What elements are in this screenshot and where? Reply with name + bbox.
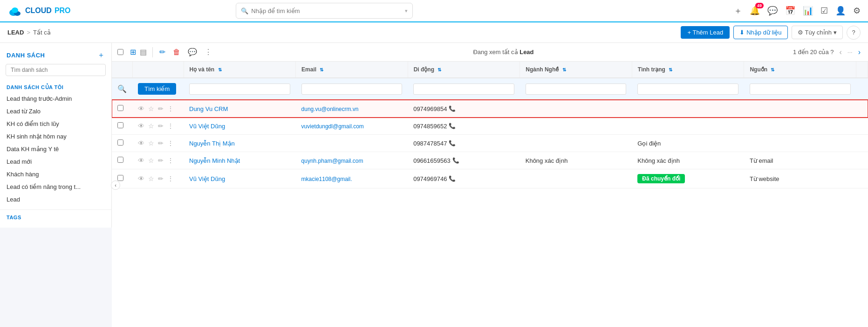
download-icon: ⬇ [739,29,745,36]
bell-icon[interactable]: 🔔 49 [750,6,760,16]
search-source-input[interactable] [750,83,851,95]
add-lead-button[interactable]: + Thêm Lead [681,26,730,39]
chat-icon[interactable]: 💬 [767,6,778,16]
row-actions-cell: 👁 ☆ ✏ ⋮ [132,100,184,118]
row-checkbox[interactable] [117,139,123,146]
gear-icon[interactable]: ⚙ [853,6,861,16]
view-icon[interactable]: 👁 [138,105,144,112]
checkbox-icon[interactable]: ☑ [820,6,828,16]
star-icon[interactable]: ☆ [148,105,154,112]
breadcrumb-lead[interactable]: LEAD [7,29,24,36]
edit-toolbar-icon[interactable]: ✏ [157,46,167,58]
view-icon[interactable]: 👁 [138,139,144,147]
calendar-icon[interactable]: 📅 [785,6,795,16]
lead-name[interactable]: Dung Vu CRM [189,105,228,112]
view-icon[interactable]: 👁 [138,157,144,164]
lead-name[interactable]: Nguyễn Minh Nhật [189,157,240,164]
row-industry-cell [520,118,632,135]
grid-view-icon[interactable]: ⊞ [129,47,137,57]
sidebar-item-lead-tiem-nang[interactable]: Lead có tiềm năng trong t... [0,181,111,193]
phone-icon[interactable]: 📞 [449,175,456,182]
sidebar-item-kh-diem-tich-luy[interactable]: KH có điểm tích lũy [0,118,111,130]
star-icon[interactable]: ☆ [148,175,154,182]
star-icon[interactable]: ☆ [148,139,154,147]
row-checkbox[interactable] [117,105,123,111]
search-status-input[interactable] [637,83,738,95]
list-view-icon[interactable]: ▤ [139,47,148,57]
page-more-button[interactable]: ··· [847,49,853,56]
edit-icon[interactable]: ✏ [158,105,164,112]
help-button[interactable]: ? [847,26,861,40]
row-email-cell: dung.vu@onlinecrm.vn [296,100,408,118]
user-icon[interactable]: 👤 [835,6,846,16]
sidebar-item-lead-zalo[interactable]: Lead từ Zalo [0,105,111,118]
th-phone[interactable]: Di động ⇅ [408,62,520,78]
view-icon[interactable]: 👁 [138,122,144,130]
breadcrumb: LEAD > Tất cả [7,29,51,36]
lead-name[interactable]: Nguyễn Thị Mận [189,140,235,147]
search-button[interactable]: Tìm kiếm [138,83,176,95]
sidebar-header: DANH SÁCH ＋ [0,49,111,64]
th-source[interactable]: Nguồn ⇅ [744,62,856,78]
comment-toolbar-icon[interactable]: 💬 [186,46,199,58]
sidebar-item-khach-hang[interactable]: Khách hàng [0,168,111,181]
row-phone-cell: 0974969854 📞 [408,100,520,118]
sidebar-item-lead[interactable]: Lead [0,193,111,206]
th-extra [856,62,868,78]
edit-icon[interactable]: ✏ [158,175,164,182]
lead-name[interactable]: Vũ Việt Dũng [189,175,225,182]
star-icon[interactable]: ☆ [148,122,154,130]
search-industry-input[interactable] [526,83,627,95]
th-email[interactable]: Email ⇅ [296,62,408,78]
import-button[interactable]: ⬇ Nhập dữ liệu [733,26,787,39]
search-phone-input[interactable] [413,83,514,95]
phone-icon[interactable]: 📞 [452,157,459,164]
more-icon[interactable]: ⋮ [167,105,174,112]
sidebar-item-kh-sinh-nhat[interactable]: KH sinh nhật hôm nay [0,130,111,143]
delete-toolbar-icon[interactable]: 🗑 [171,46,182,58]
more-icon[interactable]: ⋮ [167,175,174,182]
edit-icon[interactable]: ✏ [158,139,164,147]
more-icon[interactable]: ⋮ [167,139,174,147]
lead-name[interactable]: Vũ Việt Dũng [189,123,225,130]
sidebar-add-button[interactable]: ＋ [97,50,105,60]
content-area: ⊞ ▤ ✏ 🗑 💬 ⋮ Đang xem tất cả Lead 1 đến 2… [112,43,868,327]
sidebar-item-data-kh-mang-y-te[interactable]: Data KH mảng Y tê [0,143,111,155]
select-all-checkbox[interactable] [117,49,123,55]
search-email-input[interactable] [301,83,403,95]
row-phone-cell: 09661659563 📞 [408,152,520,169]
search-input[interactable] [251,7,402,14]
th-industry[interactable]: Ngành Nghề ⇅ [520,62,632,78]
add-icon[interactable]: ＋ [734,5,742,16]
phone-icon[interactable]: 📞 [449,140,456,146]
sidebar-item-lead-thang-truoc[interactable]: Lead tháng trước-Admin [0,92,111,105]
customize-button[interactable]: ⚙ Tùy chỉnh ▾ [792,26,843,39]
sidebar-title: DANH SÁCH [7,52,45,59]
edit-icon[interactable]: ✏ [158,122,164,130]
sidebar-search-input[interactable] [6,64,106,76]
chart-icon[interactable]: 📊 [803,6,813,16]
row-checkbox-cell [112,152,132,169]
phone-icon[interactable]: 📞 [449,123,456,129]
sidebar-collapse-button[interactable]: ‹ [111,181,120,190]
sidebar-item-lead-moi[interactable]: Lead mới [0,155,111,168]
search-bar[interactable]: 🔍 ▾ [236,3,413,19]
star-icon[interactable]: ☆ [148,157,154,164]
edit-icon[interactable]: ✏ [158,157,164,164]
th-name[interactable]: Họ và tên ⇅ [184,62,296,78]
th-name-label: Họ và tên [190,66,215,73]
row-checkbox[interactable] [117,175,123,181]
phone-icon[interactable]: 📞 [449,105,456,112]
next-page-button[interactable]: › [856,47,862,57]
th-status[interactable]: Tình trạng ⇅ [632,62,744,78]
prev-page-button[interactable]: ‹ [838,47,844,57]
row-checkbox[interactable] [117,157,123,163]
row-name-cell: Nguyễn Minh Nhật [184,152,296,169]
view-icon[interactable]: 👁 [138,175,144,182]
row-email-cell: quynh.pham@gmail.com [296,152,408,169]
more-icon[interactable]: ⋮ [167,122,174,130]
row-checkbox[interactable] [117,122,123,128]
more-icon[interactable]: ⋮ [167,157,174,164]
more-toolbar-icon[interactable]: ⋮ [203,46,214,58]
search-name-input[interactable] [189,83,290,95]
